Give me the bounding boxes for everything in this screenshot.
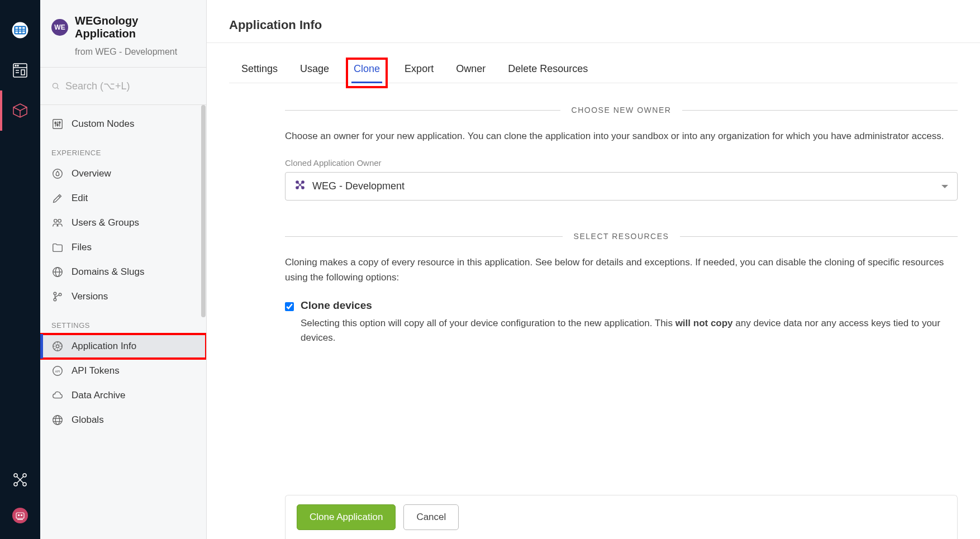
main-body: CHOOSE NEW OWNER Choose an owner for you… xyxy=(207,83,980,539)
svg-point-35 xyxy=(58,220,61,223)
org-badge: WE xyxy=(51,19,68,36)
sidebar-item-application-info[interactable]: Application Info xyxy=(40,334,206,359)
dashboard-rail-icon[interactable] xyxy=(0,50,40,90)
search-input[interactable] xyxy=(65,80,195,92)
tab-usage[interactable]: Usage xyxy=(300,63,329,83)
main-header: Application Info xyxy=(207,0,980,43)
app-title: WEGnology Application xyxy=(75,15,195,40)
svg-point-33 xyxy=(53,169,63,179)
svg-point-30 xyxy=(57,124,59,126)
users-icon xyxy=(51,217,64,229)
globe-icon xyxy=(51,414,64,426)
resources-section-desc: Cloning makes a copy of every resource i… xyxy=(285,255,958,285)
sidebar-item-label: Edit xyxy=(72,193,88,204)
owner-section: CHOOSE NEW OWNER Choose an owner for you… xyxy=(285,106,958,201)
sidebar-item-globals[interactable]: Globals xyxy=(40,408,206,432)
svg-point-34 xyxy=(54,220,58,223)
svg-rect-12 xyxy=(21,70,25,75)
sidebar-header: WE WEGnology Application from WEG - Deve… xyxy=(40,0,206,68)
owner-section-title: CHOOSE NEW OWNER xyxy=(572,106,672,115)
clone-devices-checkbox[interactable] xyxy=(285,302,294,311)
gear-icon xyxy=(51,340,64,352)
sidebar-item-label: Users & Groups xyxy=(72,217,139,228)
sidebar-item-overview[interactable]: Overview xyxy=(40,161,206,186)
sidebar-item-data-archive[interactable]: Data Archive xyxy=(40,383,206,408)
sidebar-item-label: Versions xyxy=(72,291,108,302)
tab-owner[interactable]: Owner xyxy=(456,63,486,83)
svg-point-41 xyxy=(59,293,61,296)
owner-select-value: WEG - Development xyxy=(312,180,405,192)
sidebar-scrollbar[interactable] xyxy=(201,105,206,317)
pencil-icon xyxy=(51,192,64,204)
footer-actions: Clone Application Cancel xyxy=(285,495,958,539)
cancel-button[interactable]: Cancel xyxy=(403,504,459,530)
sidebar-item-label: Domains & Slugs xyxy=(72,266,144,278)
flame-icon xyxy=(51,168,64,180)
svg-point-9 xyxy=(17,65,18,66)
org-icon xyxy=(294,179,306,193)
page-title: Application Info xyxy=(229,18,958,32)
svg-text:API: API xyxy=(55,370,60,373)
svg-rect-20 xyxy=(16,513,24,518)
svg-point-39 xyxy=(54,292,56,295)
cloud-icon xyxy=(51,389,64,402)
owner-select[interactable]: WEG - Development xyxy=(285,172,958,201)
icon-rail xyxy=(0,0,40,539)
svg-rect-21 xyxy=(18,514,20,516)
sidebar-content: Custom Nodes EXPERIENCE Overview Edit Us… xyxy=(40,105,206,539)
clone-devices-label: Clone devices xyxy=(301,299,372,312)
sidebar-item-label: Overview xyxy=(72,168,111,179)
sidebar-search[interactable] xyxy=(40,68,206,105)
sidebar-item-label: Custom Nodes xyxy=(72,118,134,130)
sidebar-item-label: API Tokens xyxy=(72,365,120,376)
sidebar-item-versions[interactable]: Versions xyxy=(40,284,206,309)
sidebar-item-files[interactable]: Files xyxy=(40,235,206,260)
chevron-down-icon xyxy=(941,185,948,188)
sidebar-item-domains[interactable]: Domains & Slugs xyxy=(40,260,206,284)
sliders-icon xyxy=(51,118,64,130)
svg-point-40 xyxy=(54,298,56,301)
tab-clone[interactable]: Clone xyxy=(351,63,382,83)
globe-www-icon xyxy=(51,266,64,278)
sidebar-item-edit[interactable]: Edit xyxy=(40,186,206,211)
package-rail-icon[interactable] xyxy=(0,90,40,131)
sidebar-item-label: Data Archive xyxy=(72,390,125,401)
svg-point-24 xyxy=(53,83,58,88)
clone-devices-desc: Selecting this option will copy all of y… xyxy=(301,316,958,345)
branch-icon xyxy=(51,290,64,303)
tabs: Settings Usage Clone Export Owner Delete… xyxy=(229,43,958,83)
owner-field-label: Cloned Application Owner xyxy=(285,158,958,168)
resources-section: SELECT RESOURCES Cloning makes a copy of… xyxy=(285,232,958,345)
sidebar-item-custom-nodes[interactable]: Custom Nodes xyxy=(40,112,206,136)
main: Application Info Settings Usage Clone Ex… xyxy=(207,0,980,539)
sidebar-item-users-groups[interactable]: Users & Groups xyxy=(40,211,206,235)
svg-rect-22 xyxy=(21,514,22,516)
network-rail-icon[interactable] xyxy=(0,462,40,498)
sidebar-item-label: Application Info xyxy=(72,341,136,352)
folder-icon xyxy=(51,241,64,254)
sidebar-item-label: Globals xyxy=(72,414,104,426)
api-icon: API xyxy=(51,365,64,377)
tab-export[interactable]: Export xyxy=(405,63,434,83)
svg-point-28 xyxy=(55,122,56,124)
clone-application-button[interactable]: Clone Application xyxy=(297,504,396,530)
svg-point-47 xyxy=(55,416,59,425)
svg-point-46 xyxy=(53,416,63,425)
section-experience: EXPERIENCE xyxy=(40,136,206,161)
svg-point-8 xyxy=(15,65,16,66)
svg-line-25 xyxy=(57,88,59,89)
sidebar-item-label: Files xyxy=(72,242,92,253)
svg-point-32 xyxy=(59,122,60,123)
robot-rail-icon[interactable] xyxy=(0,498,40,533)
svg-point-43 xyxy=(56,345,59,348)
app-subtitle: from WEG - Development xyxy=(75,47,177,57)
tab-delete[interactable]: Delete Resources xyxy=(508,63,588,83)
resources-section-title: SELECT RESOURCES xyxy=(574,232,669,241)
tab-settings[interactable]: Settings xyxy=(241,63,278,83)
section-settings: SETTINGS xyxy=(40,309,206,334)
logo-icon[interactable] xyxy=(0,10,40,50)
owner-section-desc: Choose an owner for your new application… xyxy=(285,129,958,144)
sidebar: WE WEGnology Application from WEG - Deve… xyxy=(40,0,207,539)
sidebar-item-api-tokens[interactable]: API API Tokens xyxy=(40,359,206,383)
search-icon xyxy=(51,80,60,92)
